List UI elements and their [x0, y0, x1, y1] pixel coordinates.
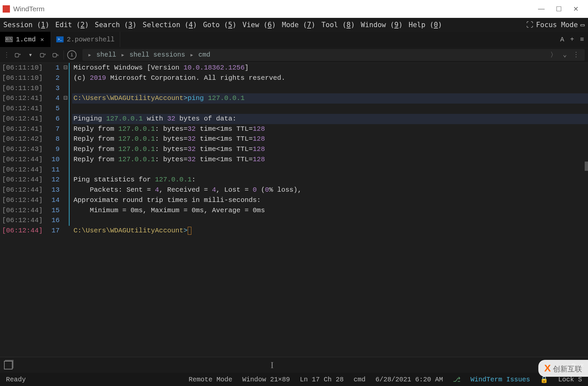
fold-toggle [62, 114, 69, 124]
timestamp: [06:11:10] [0, 73, 43, 83]
close-session-button[interactable]: ▢× [38, 50, 48, 60]
fold-toggle [62, 185, 69, 195]
line-number: 7 [43, 124, 62, 134]
timestamp: [06:12:44] [0, 175, 43, 185]
tab-close-button[interactable]: ✕ [39, 36, 45, 43]
timestamp: [06:12:44] [0, 165, 43, 175]
breadcrumb-arrow-icon: ▸ [88, 51, 92, 59]
gutter [69, 175, 72, 185]
gutter [69, 104, 72, 114]
gutter [69, 124, 72, 134]
tab-1-cmd[interactable]: C:\1.cmd✕ [0, 32, 51, 47]
timestamp: [06:12:44] [0, 216, 43, 226]
line-text: Pinging 127.0.0.1 with 32 bytes of data: [72, 114, 588, 124]
breadcrumb[interactable]: ▸ shell ▸ shell sessions ▸ cmd 〉 ⌄ ⋮ [82, 49, 585, 61]
timestamp: [06:12:41] [0, 114, 43, 124]
chevron-right-icon[interactable]: 〉 [550, 50, 557, 59]
focus-mode-label: Focus Mode [536, 21, 578, 29]
tab-controls: A + ≡ [560, 32, 588, 47]
git-branch-icon[interactable]: ⎇ [453, 375, 461, 384]
line-text [72, 104, 588, 114]
menu-session[interactable]: Session (1) [3, 21, 49, 29]
line-text [72, 216, 588, 226]
scrollbar-thumb[interactable] [585, 162, 588, 171]
menu-view[interactable]: View (6) [242, 21, 276, 29]
timestamp: [06:12:44] [0, 195, 43, 206]
terminal-line: [06:12:44]10 Reply from 127.0.0.1: bytes… [0, 155, 588, 165]
windterm-issues-link[interactable]: WindTerm Issues [470, 376, 530, 383]
fold-toggle[interactable]: ⊟ [62, 63, 69, 73]
terminal-line: [06:12:41]4⊟C:\Users\WDAGUtilityAccount>… [0, 93, 588, 104]
menu-tool[interactable]: Tool (8) [321, 21, 355, 29]
menu-mode[interactable]: Mode (7) [282, 21, 315, 29]
focus-mode-button[interactable]: ⛶ Focus Mode ▭ [526, 21, 585, 29]
fold-toggle [62, 124, 69, 134]
line-number: 2 [43, 73, 62, 83]
status-cursor-position[interactable]: Ln 17 Ch 28 [300, 376, 344, 383]
font-size-button[interactable]: A [560, 36, 564, 43]
line-text: Ping statistics for 127.0.0.1: [72, 175, 588, 185]
fold-toggle [62, 216, 69, 226]
menu-search[interactable]: Search (3) [95, 21, 136, 29]
line-number: 16 [43, 216, 62, 226]
fold-toggle [62, 226, 69, 236]
fold-toggle [62, 144, 69, 155]
terminal-line: [06:12:44]11 [0, 165, 588, 175]
gutter [69, 83, 72, 94]
breadcrumb-item[interactable]: cmd [198, 51, 210, 59]
breadcrumb-arrow-icon: ▸ [121, 51, 125, 59]
gutter [69, 155, 72, 165]
fold-toggle [62, 165, 69, 175]
timestamp: [06:12:42] [0, 134, 43, 144]
menu-window[interactable]: Window (9) [361, 21, 403, 29]
minimize-button[interactable]: — [538, 5, 545, 13]
drag-handle-icon[interactable]: ⋮ [3, 51, 10, 59]
chevron-down-icon[interactable]: ⌄ [563, 50, 567, 59]
line-text [72, 165, 588, 175]
terminal-output[interactable]: [06:11:10]1⊟Microsoft Windows [Version 1… [0, 63, 588, 357]
gutter [69, 195, 72, 206]
status-shell: cmd [354, 376, 366, 383]
breadcrumb-item[interactable]: shell sessions [129, 51, 185, 59]
line-number: 5 [43, 104, 62, 114]
gutter [69, 144, 72, 155]
tab-menu-button[interactable]: ≡ [580, 36, 584, 43]
terminal-line: [06:12:42]8 Reply from 127.0.0.1: bytes=… [0, 134, 588, 144]
menu-selection[interactable]: Selection (4) [143, 21, 197, 29]
tab-label: 2.powershell [67, 36, 115, 43]
menu-help[interactable]: Help (0) [409, 21, 442, 29]
line-text: Reply from 127.0.0.1: bytes=32 time<1ms … [72, 155, 588, 165]
watermark-logo: X [544, 362, 551, 373]
menu-goto[interactable]: Goto (5) [203, 21, 236, 29]
maximize-button[interactable]: ☐ [556, 5, 562, 13]
line-number: 13 [43, 185, 62, 195]
timestamp: [06:12:41] [0, 104, 43, 114]
menu-edit[interactable]: Edit (2) [55, 21, 89, 29]
line-number: 3 [43, 83, 62, 94]
gutter [69, 134, 72, 144]
breadcrumb-item[interactable]: shell [96, 51, 116, 59]
ps-icon: >_ [56, 36, 64, 42]
line-number: 11 [43, 165, 62, 175]
more-icon[interactable]: ⋮ [573, 50, 579, 59]
breadcrumb-arrow-icon: ▸ [190, 51, 194, 59]
bottom-toolbar: I ⚙ ✕ [0, 357, 588, 373]
new-session-button[interactable]: ▢+ [13, 50, 23, 60]
panel-stack-icon[interactable] [4, 361, 13, 369]
fold-toggle [62, 83, 69, 94]
status-remote-mode[interactable]: Remote Mode [189, 376, 232, 383]
fold-toggle [62, 155, 69, 165]
info-icon[interactable]: i [67, 50, 76, 60]
restore-session-button[interactable]: ▢↻ [51, 50, 60, 60]
tab-2-powershell[interactable]: >_2.powershell [51, 32, 120, 47]
close-button[interactable]: ✕ [573, 5, 579, 13]
gutter [69, 226, 72, 236]
line-number: 17 [43, 226, 62, 236]
line-number: 12 [43, 175, 62, 185]
add-tab-button[interactable]: + [570, 36, 574, 43]
status-window-size: Window 21×89 [242, 376, 290, 383]
terminal-line: [06:12:44]12 Ping statistics for 127.0.0… [0, 175, 588, 185]
chevron-down-icon[interactable]: ▾ [26, 50, 35, 60]
fold-toggle[interactable]: ⊟ [62, 93, 69, 104]
toolbar: ⋮ ▢+ ▾ ▢× ▢↻ i ▸ shell ▸ shell sessions … [0, 47, 588, 63]
